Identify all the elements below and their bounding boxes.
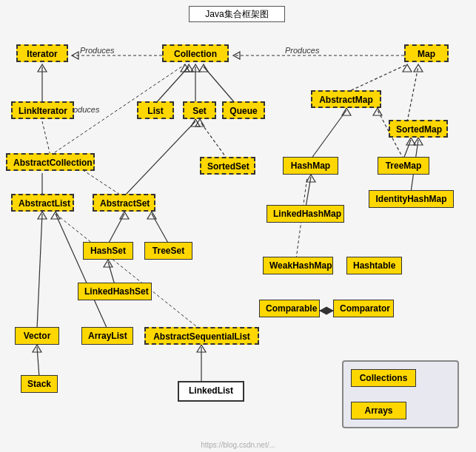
svg-line-36	[152, 214, 169, 244]
node-stack: Stack	[21, 375, 58, 393]
svg-line-10	[204, 67, 235, 104]
svg-marker-37	[147, 212, 156, 219]
node-abstractlist: AbstractList	[11, 194, 74, 212]
svg-line-26	[311, 110, 346, 159]
svg-marker-23	[191, 119, 200, 127]
node-comparable: Comparable	[259, 300, 320, 317]
node-collections: Collections	[351, 369, 416, 387]
svg-marker-33	[414, 138, 423, 145]
svg-line-22	[124, 121, 195, 196]
node-hashset: HashSet	[83, 242, 133, 260]
node-linkedlist: LinkedList	[178, 381, 244, 402]
node-linkedhashset: LinkedHashSet	[78, 283, 152, 300]
svg-marker-21	[181, 64, 190, 72]
svg-line-14	[407, 67, 418, 122]
svg-marker-53	[320, 307, 326, 314]
svg-marker-31	[406, 138, 415, 145]
legend-box: Collections Arrays	[342, 360, 459, 428]
node-sortedset: SortedSet	[200, 157, 255, 175]
node-weakhashmap: WeakHashMap	[263, 257, 333, 274]
svg-marker-13	[403, 64, 412, 72]
svg-line-38	[306, 177, 311, 207]
svg-marker-3	[233, 52, 240, 59]
svg-marker-15	[414, 64, 423, 72]
node-vector: Vector	[15, 327, 59, 345]
node-abstractset: AbstractSet	[93, 194, 155, 212]
svg-line-45	[56, 214, 107, 329]
svg-marker-54	[326, 307, 333, 314]
node-hashtable: Hashtable	[346, 257, 402, 274]
node-iterator: Iterator	[16, 44, 68, 62]
svg-line-16	[42, 121, 50, 155]
node-treemap: TreeMap	[378, 157, 429, 175]
svg-marker-35	[120, 212, 129, 219]
node-abstractsequentiallist: AbstractSequentialList	[144, 327, 259, 345]
node-comparator: Comparator	[333, 300, 394, 317]
svg-marker-7	[184, 64, 193, 72]
node-linkedhashmap: LinkedHashMap	[267, 205, 344, 223]
svg-marker-51	[197, 345, 206, 352]
node-identityhashmap: IdentityHashMap	[369, 190, 454, 208]
node-abstractcollection: AbstractCollection	[6, 153, 95, 171]
svg-line-12	[346, 64, 407, 92]
diagram-title: Java集合框架图	[189, 6, 285, 22]
svg-line-24	[200, 121, 227, 159]
node-abstractmap: AbstractMap	[311, 90, 381, 108]
node-set: Set	[183, 101, 216, 119]
svg-marker-44	[38, 212, 47, 219]
svg-line-47	[56, 214, 200, 329]
node-hashmap: HashMap	[283, 157, 338, 175]
svg-marker-46	[51, 212, 60, 219]
node-treeset: TreeSet	[144, 242, 192, 260]
svg-line-40	[108, 262, 115, 285]
svg-marker-25	[195, 119, 204, 127]
svg-marker-39	[306, 175, 315, 182]
diagram-container: Produces Produces Produces Java集合框架图 Ite…	[0, 0, 476, 452]
svg-line-43	[37, 214, 42, 329]
node-arrays: Arrays	[351, 402, 406, 419]
svg-marker-9	[191, 64, 200, 72]
svg-marker-27	[342, 108, 351, 115]
svg-marker-5	[38, 64, 47, 72]
node-queue: Queue	[222, 101, 265, 119]
svg-line-48	[37, 347, 39, 377]
svg-marker-1	[72, 52, 78, 59]
svg-marker-41	[104, 260, 113, 267]
node-linkiterator: LinkIterator	[11, 101, 74, 119]
svg-text:Produces: Produces	[80, 46, 115, 55]
svg-marker-29	[373, 108, 382, 115]
svg-line-6	[155, 67, 189, 104]
svg-text:Produces: Produces	[285, 46, 320, 55]
node-list: List	[137, 101, 174, 119]
svg-marker-11	[199, 64, 208, 72]
svg-marker-49	[33, 345, 41, 352]
node-sortedmap: SortedMap	[389, 120, 448, 138]
svg-line-34	[108, 214, 124, 244]
node-map: Map	[404, 44, 449, 62]
watermark: https://blog.csdn.net/...	[201, 441, 275, 449]
node-arraylist: ArrayList	[81, 327, 133, 345]
node-collection: Collection	[162, 44, 229, 62]
